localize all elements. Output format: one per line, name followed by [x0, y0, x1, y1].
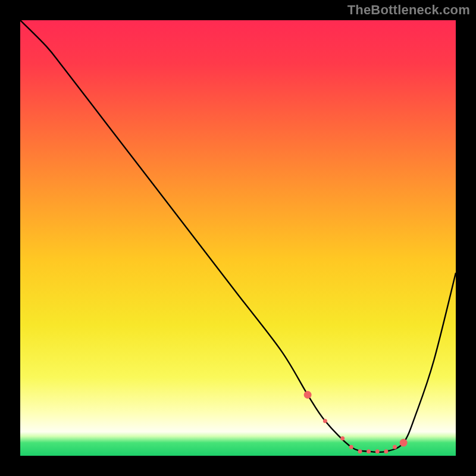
- marker-dot: [358, 449, 362, 453]
- marker-dot: [349, 445, 353, 449]
- marker-dot: [340, 436, 345, 440]
- marker-dot: [323, 419, 327, 423]
- marker-dot: [367, 449, 371, 453]
- plot-area: [20, 20, 456, 456]
- marker-dot: [304, 391, 312, 399]
- marker-dot: [393, 445, 397, 449]
- marker-dot: [384, 449, 388, 453]
- attribution-text: TheBottleneck.com: [347, 2, 470, 18]
- chart-svg: [20, 20, 456, 456]
- plot-background: [20, 20, 456, 456]
- marker-dot: [375, 449, 380, 453]
- marker-dot: [400, 439, 408, 447]
- chart-container: TheBottleneck.com: [0, 0, 476, 476]
